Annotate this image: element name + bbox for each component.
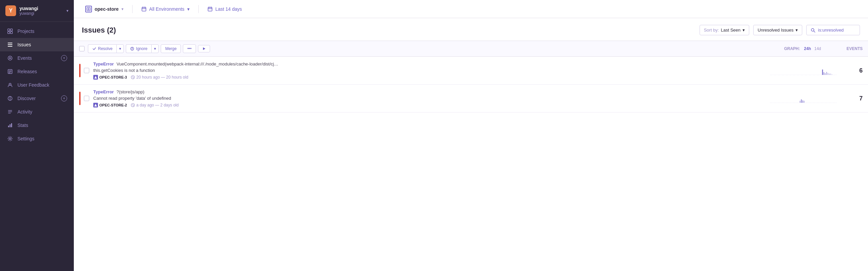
more-options-button[interactable]: ••• (183, 44, 196, 53)
issue-count-1: 6 (842, 67, 863, 74)
play-button[interactable] (198, 45, 210, 52)
issue-checkbox-2[interactable] (84, 96, 89, 101)
graph-label: GRAPH: (784, 46, 800, 51)
issue-priority-indicator-2 (79, 92, 81, 105)
env-selector[interactable]: All Environments ▾ (138, 4, 193, 14)
sidebar-item-issues[interactable]: Issues (0, 38, 74, 51)
issue-checkbox-1[interactable] (84, 68, 89, 73)
issue-title-row-1: TypeError VueComponent.mounted(webpack-i… (93, 61, 765, 66)
user-feedback-icon (7, 82, 13, 88)
activity-icon (7, 109, 13, 115)
date-range-label: Last 14 days (215, 6, 242, 12)
issue-row-2[interactable]: TypeError ?(store/js/app) Cannot read pr… (74, 85, 868, 113)
issue-time-2: a day ago — 2 days old (131, 103, 179, 108)
svg-rect-4 (8, 43, 12, 43)
date-selector[interactable]: Last 14 days (204, 4, 245, 14)
svg-rect-45 (828, 73, 829, 75)
sidebar-item-settings-label: Settings (18, 136, 67, 141)
issues-title: Issues (2) (82, 26, 695, 35)
issues-icon (7, 41, 13, 48)
svg-rect-21 (11, 123, 12, 127)
svg-rect-17 (8, 112, 12, 112)
issue-graph-2 (770, 93, 837, 103)
svg-line-33 (814, 31, 815, 32)
project-icon (85, 6, 92, 12)
org-info: yuwangi yuwangi (20, 6, 66, 16)
projects-icon (7, 28, 13, 35)
sort-label: Sort by: (704, 28, 719, 33)
svg-marker-8 (9, 57, 11, 59)
project-selector[interactable]: opec-store ▾ (82, 4, 127, 14)
issue-type-1: TypeError (93, 61, 114, 66)
svg-rect-12 (9, 72, 10, 73)
sidebar-item-settings[interactable]: Settings (0, 132, 74, 145)
svg-rect-2 (8, 32, 10, 34)
issue-tag-icon-1 (93, 75, 98, 80)
merge-button[interactable]: Merge (161, 44, 181, 53)
clock-icon-1 (131, 75, 135, 79)
issue-count-2: 7 (842, 95, 863, 102)
svg-rect-3 (10, 32, 12, 34)
svg-marker-49 (94, 104, 97, 107)
sidebar-item-discover[interactable]: Discover + (0, 92, 74, 105)
svg-rect-1 (10, 29, 12, 31)
svg-rect-41 (822, 69, 823, 75)
issue-time-1: 20 hours ago — 20 hours old (131, 75, 188, 80)
sidebar-item-events[interactable]: Events + (0, 51, 74, 65)
sort-button[interactable]: Sort by: Last Seen ▾ (700, 25, 749, 35)
org-sub: yuwangi (20, 11, 66, 16)
issue-subtitle-1: this.getCookies is not a function (93, 68, 765, 73)
sidebar-item-user-feedback-label: User Feedback (18, 82, 67, 88)
svg-rect-44 (826, 72, 827, 75)
events-label: EVENTS (842, 46, 863, 51)
releases-icon (7, 68, 13, 75)
sidebar-item-releases[interactable]: Releases (0, 65, 74, 78)
issue-tag-2: OPEC-STORE-2 (93, 103, 127, 108)
sidebar-item-activity-label: Activity (18, 109, 67, 115)
resolve-dropdown-button[interactable]: ▾ (117, 44, 124, 53)
content-area: Issues (2) Sort by: Last Seen ▾ Unresolv… (74, 18, 868, 271)
main-content: opec-store ▾ All Environments ▾ Last 14 … (74, 0, 868, 271)
org-switcher[interactable]: Y yuwangi yuwangi ▾ (0, 0, 74, 22)
svg-rect-19 (8, 126, 9, 127)
events-add-icon[interactable]: + (61, 55, 67, 61)
period-24h[interactable]: 24h (804, 46, 811, 51)
ignore-button[interactable]: Ignore (126, 44, 151, 53)
sidebar-item-user-feedback[interactable]: User Feedback (0, 78, 74, 92)
sidebar-item-activity[interactable]: Activity (0, 105, 74, 119)
search-box[interactable]: is:unresolved (806, 25, 860, 35)
issue-message-2: ?(store/js/app) (117, 89, 144, 94)
filter-button[interactable]: Unresolved Issues ▾ (753, 25, 802, 35)
issue-body-1: TypeError VueComponent.mounted(webpack-i… (93, 61, 765, 80)
calendar-icon (141, 6, 147, 12)
discover-add-icon[interactable]: + (61, 95, 67, 101)
svg-rect-47 (830, 73, 831, 75)
sidebar-item-releases-label: Releases (18, 69, 67, 74)
topbar: opec-store ▾ All Environments ▾ Last 14 … (74, 0, 868, 18)
ignore-dropdown-button[interactable]: ▾ (151, 44, 159, 53)
select-all-checkbox[interactable] (79, 46, 85, 51)
env-label: All Environments (149, 6, 185, 12)
svg-rect-53 (801, 99, 802, 103)
project-chevron-icon: ▾ (121, 7, 123, 11)
env-chevron-icon: ▾ (187, 6, 190, 12)
sidebar-item-issues-label: Issues (18, 42, 67, 47)
issue-message-1: VueComponent.mounted(webpack-internal://… (117, 61, 278, 66)
period-14d[interactable]: 14d (814, 46, 821, 51)
svg-rect-20 (10, 124, 11, 127)
issue-meta-2: OPEC-STORE-2 a day ago — 2 days old (93, 103, 765, 108)
sidebar-item-projects[interactable]: Projects (0, 25, 74, 38)
project-name: opec-store (95, 6, 119, 12)
issue-type-2: TypeError (93, 89, 114, 94)
issues-header: Issues (2) Sort by: Last Seen ▾ Unresolv… (74, 18, 868, 41)
resolve-button[interactable]: Resolve (88, 44, 117, 53)
issue-row-1[interactable]: TypeError VueComponent.mounted(webpack-i… (74, 57, 868, 85)
org-avatar: Y (5, 5, 16, 16)
sidebar-item-stats[interactable]: Stats (0, 119, 74, 132)
svg-rect-10 (9, 70, 11, 71)
ignore-icon (130, 47, 134, 51)
sidebar-nav: Projects Issues Events + Releases User (0, 22, 74, 271)
svg-rect-6 (8, 46, 12, 47)
org-name: yuwangi (20, 6, 66, 11)
org-chevron-icon: ▾ (66, 8, 68, 13)
